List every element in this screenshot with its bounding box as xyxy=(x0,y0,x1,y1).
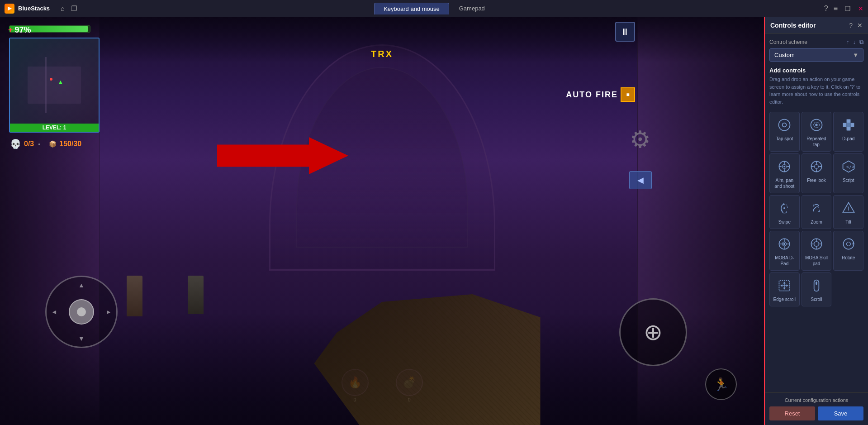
script-icon: </> xyxy=(840,158,857,175)
control-swipe[interactable]: Swipe xyxy=(769,195,800,229)
control-edge-scroll[interactable]: Edge scroll xyxy=(769,272,800,306)
help-icon[interactable]: ? xyxy=(824,5,828,13)
swipe-label: Swipe xyxy=(778,219,791,225)
footer-buttons: Reset Save xyxy=(769,406,863,420)
restore-btn[interactable]: ❐ xyxy=(845,5,851,12)
reset-button[interactable]: Reset xyxy=(769,406,815,420)
svg-point-16 xyxy=(784,166,786,167)
svg-marker-49 xyxy=(787,284,788,287)
svg-point-18 xyxy=(815,165,819,169)
control-free-look[interactable]: Free look xyxy=(802,153,832,193)
svg-rect-6 xyxy=(846,127,850,130)
edge-scroll-icon xyxy=(776,277,792,294)
controls-grid: Tap spot Repeated tap xyxy=(769,112,863,306)
editor-header: Controls editor ? ✕ xyxy=(765,17,868,34)
main-content: + 97% LEVEL: 1 💀 0/3 📦 1 xyxy=(0,17,868,425)
scheme-upload-icon[interactable]: ↑ xyxy=(846,38,849,46)
control-dpad[interactable]: D-pad xyxy=(833,112,863,152)
control-repeated-tap[interactable]: Repeated tap xyxy=(802,112,832,152)
control-script[interactable]: </> Script xyxy=(833,153,863,193)
moba-skillpad-icon xyxy=(808,236,825,252)
script-label: Script xyxy=(843,177,854,183)
scheme-copy-icon[interactable]: ⧉ xyxy=(859,38,863,46)
svg-marker-47 xyxy=(783,287,786,289)
scheme-download-icon[interactable]: ↓ xyxy=(853,38,856,46)
svg-point-4 xyxy=(815,124,817,126)
swipe-icon xyxy=(776,200,792,216)
editor-help-icon[interactable]: ? xyxy=(849,22,853,29)
tilt-icon xyxy=(840,200,857,216)
control-rotate[interactable]: Rotate xyxy=(833,231,863,271)
scroll-label: Scroll xyxy=(811,296,822,302)
multi-icon[interactable]: ❐ xyxy=(71,5,77,13)
game-background xyxy=(0,17,764,425)
aim-pan-shoot-label: Aim, pan and shoot xyxy=(773,177,797,189)
title-bar-icons: ⌂ ❐ xyxy=(61,5,77,13)
svg-point-42 xyxy=(846,242,850,246)
controls-editor-panel: Controls editor ? ✕ Control scheme ↑ ↓ ⧉… xyxy=(764,17,868,425)
svg-point-1 xyxy=(783,123,787,127)
tab-gamepad[interactable]: Gamepad xyxy=(450,3,494,14)
scheme-value: Custom xyxy=(774,52,795,58)
zoom-icon xyxy=(808,200,825,216)
moba-dpad-label: MOBA D-Pad xyxy=(773,255,797,267)
dpad-icon xyxy=(840,117,857,133)
save-button[interactable]: Save xyxy=(818,406,863,420)
home-icon[interactable]: ⌂ xyxy=(61,5,65,13)
dpad-label: D-pad xyxy=(842,136,854,142)
svg-point-36 xyxy=(814,242,819,247)
moba-skillpad-label: MOBA Skill pad xyxy=(805,255,829,267)
rotate-label: Rotate xyxy=(842,255,855,261)
dropdown-arrow-icon: ▼ xyxy=(853,52,859,58)
control-aim-pan-shoot[interactable]: Aim, pan and shoot xyxy=(769,153,800,193)
tab-keyboard-mouse[interactable]: Keyboard and mouse xyxy=(374,3,449,14)
tap-spot-icon xyxy=(776,117,792,133)
svg-point-34 xyxy=(783,243,785,245)
aim-pan-shoot-icon xyxy=(776,158,792,175)
menu-icon[interactable]: ≡ xyxy=(834,5,838,13)
repeated-tap-icon xyxy=(808,117,825,133)
add-controls-desc: Drag and drop an action on your game scr… xyxy=(769,76,863,105)
footer-config-label: Current configuration actions xyxy=(769,397,863,403)
title-bar-left: ▶ BlueStacks ⌂ ❐ xyxy=(5,4,374,14)
svg-text:</>: </> xyxy=(846,164,854,170)
zoom-label: Zoom xyxy=(811,219,822,225)
control-tap-spot[interactable]: Tap spot xyxy=(769,112,800,152)
svg-rect-25 xyxy=(784,207,786,209)
editor-header-icons: ? ✕ xyxy=(849,22,863,29)
app-brand: BlueStacks xyxy=(18,5,50,12)
rotate-icon xyxy=(840,236,857,252)
scheme-icons: ↑ ↓ ⧉ xyxy=(846,38,863,46)
svg-marker-48 xyxy=(780,284,782,287)
control-moba-dpad[interactable]: MOBA D-Pad xyxy=(769,231,800,271)
svg-rect-9 xyxy=(846,123,850,127)
scheme-dropdown[interactable]: Custom ▼ xyxy=(769,48,863,62)
tilt-label: Tilt xyxy=(845,219,851,225)
add-controls-title: Add controls xyxy=(769,67,863,74)
editor-footer: Current configuration actions Reset Save xyxy=(765,392,868,425)
editor-close-icon[interactable]: ✕ xyxy=(857,22,863,29)
title-bar-tabs: Keyboard and mouse Gamepad xyxy=(374,3,494,14)
svg-rect-7 xyxy=(843,123,846,127)
control-tilt[interactable]: Tilt xyxy=(833,195,863,229)
control-moba-skillpad[interactable]: MOBA Skill pad xyxy=(802,231,832,271)
tap-spot-label: Tap spot xyxy=(776,136,793,142)
svg-point-0 xyxy=(779,119,790,131)
svg-rect-8 xyxy=(850,123,854,127)
editor-body: Control scheme ↑ ↓ ⧉ Custom ▼ Add contro… xyxy=(765,34,868,392)
repeated-tap-label: Repeated tap xyxy=(805,136,829,148)
control-zoom[interactable]: Zoom xyxy=(802,195,832,229)
svg-rect-51 xyxy=(816,282,817,285)
title-bar: ▶ BlueStacks ⌂ ❐ Keyboard and mouse Game… xyxy=(0,0,868,17)
title-bar-right: ? ≡ ❐ ✕ xyxy=(494,5,863,13)
editor-title: Controls editor xyxy=(770,22,816,29)
edge-scroll-label: Edge scroll xyxy=(773,296,796,302)
moba-dpad-icon xyxy=(776,236,792,252)
game-area: + 97% LEVEL: 1 💀 0/3 📦 1 xyxy=(0,17,764,425)
scroll-icon xyxy=(808,277,825,294)
close-btn[interactable]: ✕ xyxy=(858,5,863,12)
svg-rect-5 xyxy=(846,119,850,123)
svg-marker-46 xyxy=(783,282,786,283)
control-scroll[interactable]: Scroll xyxy=(802,272,832,306)
control-scheme-row: Control scheme ↑ ↓ ⧉ xyxy=(769,38,863,46)
